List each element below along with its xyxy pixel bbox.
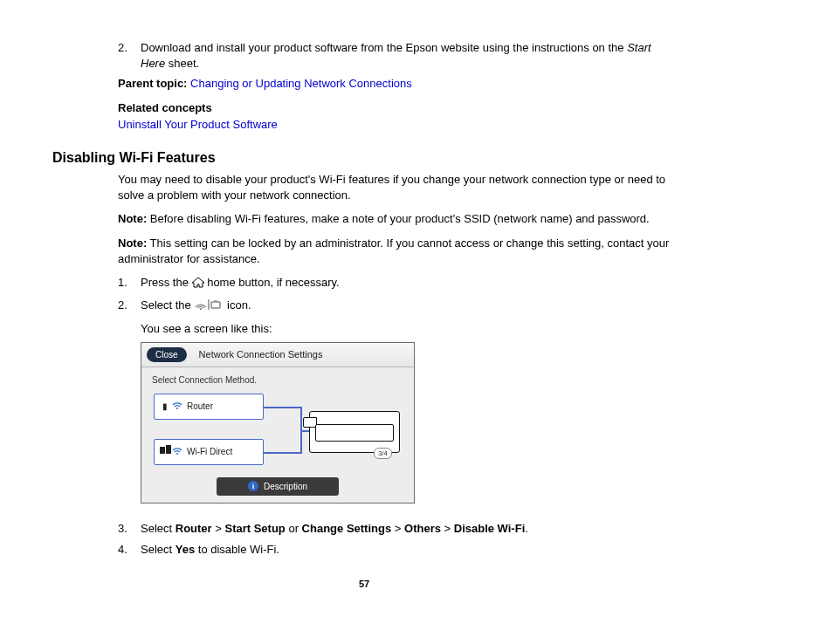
related-concepts-label: Related concepts xyxy=(118,100,676,116)
description-label: Description xyxy=(264,481,307,493)
text: or xyxy=(286,522,302,535)
section-heading: Disabling Wi-Fi Features xyxy=(52,148,676,168)
text: Select xyxy=(141,522,176,535)
note-2: Note: This setting can be locked by an a… xyxy=(118,236,676,266)
printer-icon: 3/4 xyxy=(309,411,400,453)
text: to disable Wi-Fi. xyxy=(195,543,279,556)
note-label: Note: xyxy=(118,236,147,250)
lcd-title: Network Connection Settings xyxy=(199,348,323,361)
text: sheet. xyxy=(165,57,199,70)
list-number: 2. xyxy=(118,40,141,71)
svg-rect-5 xyxy=(166,445,171,454)
home-icon xyxy=(192,277,204,292)
lcd-titlebar: Close Network Connection Settings xyxy=(141,343,414,368)
svg-rect-2 xyxy=(211,302,220,308)
lcd-instruction: Select Connection Method. xyxy=(152,374,405,387)
text: Press the xyxy=(141,276,192,289)
close-button[interactable]: Close xyxy=(147,347,187,363)
step-number: 4. xyxy=(118,542,141,558)
step-body: Select Router > Start Setup or Change Se… xyxy=(141,521,676,537)
note-1: Note: Before disabling Wi-Fi features, m… xyxy=(118,211,676,227)
wifi-settings-icon xyxy=(194,298,224,315)
text: You see a screen like this: xyxy=(141,321,676,337)
parent-topic-label: Parent topic: xyxy=(118,77,187,90)
path-others: Others xyxy=(404,522,441,535)
connection-line xyxy=(300,430,309,432)
svg-point-6 xyxy=(176,453,178,455)
description-button[interactable]: i Description xyxy=(217,477,339,497)
wifi-icon xyxy=(172,446,182,458)
lcd-screenshot: Close Network Connection Settings Select… xyxy=(141,342,415,504)
path-start-setup: Start Setup xyxy=(224,522,285,535)
text: > xyxy=(212,522,225,535)
parent-topic-line: Parent topic: Changing or Updating Netwo… xyxy=(118,76,676,92)
option-label: Router xyxy=(187,401,213,413)
page-badge: 3/4 xyxy=(374,448,392,459)
wifi-direct-option[interactable]: Wi-Fi Direct xyxy=(154,439,264,465)
text: > xyxy=(391,522,404,535)
svg-point-3 xyxy=(176,408,178,409)
step-body: Select the icon. You see a screen like t… xyxy=(141,298,676,517)
step-body: Select Yes to disable Wi-Fi. xyxy=(141,542,676,558)
svg-point-0 xyxy=(200,307,202,309)
step-body: Press the home button, if necessary. xyxy=(141,275,676,292)
page-number: 57 xyxy=(52,578,676,591)
wifi-icon xyxy=(172,401,182,413)
lcd-stage: ▮ Router xyxy=(150,392,405,472)
related-concepts-link[interactable]: Uninstall Your Product Software xyxy=(118,118,278,131)
svg-rect-4 xyxy=(160,447,165,454)
device-icon: ▮ xyxy=(160,401,170,413)
note-text: This setting can be locked by an adminis… xyxy=(118,236,669,265)
path-disable-wifi: Disable Wi-Fi xyxy=(454,522,526,535)
option-label: Wi-Fi Direct xyxy=(187,446,232,458)
connection-line xyxy=(264,407,302,408)
text: icon. xyxy=(227,298,251,312)
intro-paragraph: You may need to disable your product's W… xyxy=(118,172,676,202)
router-option[interactable]: ▮ Router xyxy=(154,394,264,420)
info-icon: i xyxy=(248,481,258,491)
step-number: 3. xyxy=(118,521,141,537)
list-body: Download and install your product softwa… xyxy=(141,40,676,71)
lcd-body: Select Connection Method. ▮ Router xyxy=(141,367,414,503)
path-change-settings: Change Settings xyxy=(302,522,392,535)
text: > xyxy=(441,522,454,535)
path-router: Router xyxy=(176,522,212,535)
text: Download and install your product softwa… xyxy=(141,41,627,54)
step-number: 2. xyxy=(118,298,141,517)
note-label: Note: xyxy=(118,212,147,225)
parent-topic-link[interactable]: Changing or Updating Network Connections xyxy=(190,77,412,90)
text: . xyxy=(525,522,528,535)
text: Select xyxy=(141,543,176,556)
devices-icon xyxy=(160,445,170,459)
step-number: 1. xyxy=(118,275,141,292)
yes-label: Yes xyxy=(176,543,195,556)
note-text: Before disabling Wi-Fi features, make a … xyxy=(147,212,649,225)
text: home button, if necessary. xyxy=(207,276,340,289)
connection-line xyxy=(264,452,302,454)
text: Select the xyxy=(141,298,194,312)
